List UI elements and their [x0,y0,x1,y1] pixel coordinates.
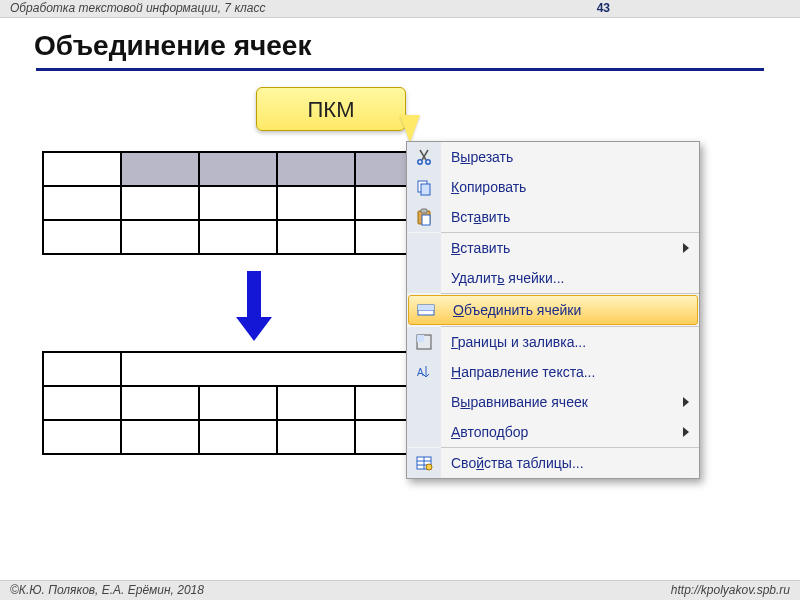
submenu-arrow-icon [683,427,689,437]
menu-paste[interactable]: Вставить [407,202,699,232]
props-icon [415,454,433,472]
slide-title: Объединение ячеек [0,18,800,68]
svg-point-17 [426,464,432,470]
svg-point-1 [426,160,430,164]
menu-copy[interactable]: Копировать [407,172,699,202]
callout-rmb: ПКМ [256,87,406,131]
submenu-arrow-icon [683,397,689,407]
svg-rect-5 [421,209,427,213]
slide-header: Обработка текстовой информации, 7 класс … [0,0,800,18]
authors-label: ©К.Ю. Поляков, Е.А. Ерёмин, 2018 [10,583,204,600]
cut-icon [415,148,433,166]
menu-autofit[interactable]: Автоподбор [407,417,699,447]
svg-rect-6 [422,215,430,225]
slide-content: ПКМ Вырезать Копировать Вставить [0,71,800,581]
copy-icon [415,178,433,196]
menu-cut[interactable]: Вырезать [407,142,699,172]
page-number: 43 [597,1,790,17]
submenu-arrow-icon [683,243,689,253]
url-label: http://kpolyakov.spb.ru [671,583,790,600]
svg-rect-11 [417,335,424,342]
menu-table-properties[interactable]: Свойства таблицы... [407,448,699,478]
menu-delete-cells[interactable]: Удалить ячейки... [407,263,699,293]
paste-icon [415,208,433,226]
svg-rect-9 [418,305,434,310]
menu-separator [441,293,699,294]
context-menu: Вырезать Копировать Вставить Вставить Уд… [406,141,700,479]
menu-insert-sub[interactable]: Вставить [407,233,699,263]
table-before [42,151,434,255]
arrow-down-icon [236,271,272,341]
merge-icon [417,301,435,319]
table-after [42,351,434,455]
textdir-icon: A [415,363,433,381]
subject-label: Обработка текстовой информации, 7 класс [10,1,266,17]
menu-borders-shading[interactable]: Границы и заливка... [407,327,699,357]
svg-point-0 [418,160,422,164]
slide-footer: ©К.Ю. Поляков, Е.А. Ерёмин, 2018 http://… [0,580,800,600]
menu-cell-align[interactable]: Выравнивание ячеек [407,387,699,417]
menu-text-direction[interactable]: A Направление текста... [407,357,699,387]
callout-tail [400,115,420,143]
svg-text:A: A [417,367,424,378]
border-icon [415,333,433,351]
menu-merge-cells[interactable]: Объединить ячейки [408,295,698,325]
callout-label: ПКМ [308,97,355,122]
svg-rect-3 [421,184,430,195]
